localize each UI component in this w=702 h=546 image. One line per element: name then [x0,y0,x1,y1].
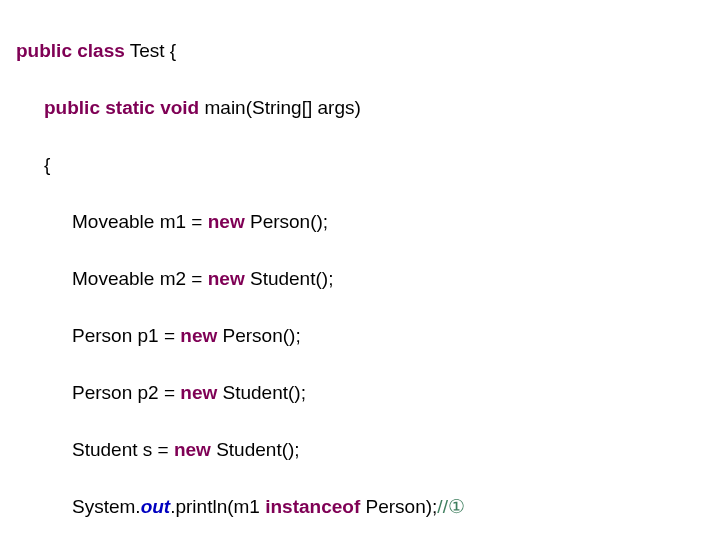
brace-open: { [44,154,50,175]
var: m1 [160,211,186,232]
class-name: Test [130,40,165,61]
keyword-static: static [105,97,155,118]
code-block: public class Test { public static void m… [16,8,686,546]
field-out: out [141,496,171,517]
paren-close: ) [354,97,360,118]
keyword-public: public [16,40,72,61]
type-string: String [252,97,302,118]
brackets: [] [302,97,313,118]
type: Moveable [72,268,154,289]
keyword-instanceof: instanceof [265,496,360,517]
var: p1 [137,325,158,346]
type: Person [72,325,132,346]
code-line: Moveable m1 = new Person(); [16,208,686,237]
var: s [143,439,153,460]
type: Person [250,211,310,232]
type: Person [223,325,283,346]
code-line: Person p2 = new Student(); [16,379,686,408]
var: m1 [234,496,260,517]
comment: //① [437,496,465,517]
code-line: System.out.println(m1 instanceof Person)… [16,493,686,522]
var: m2 [160,268,186,289]
type: Person [72,382,132,403]
method-name: main [205,97,246,118]
code-line: Moveable m2 = new Student(); [16,265,686,294]
type: Student [250,268,316,289]
keyword-class: class [77,40,125,61]
type: Moveable [72,211,154,232]
keyword-void: void [160,97,199,118]
type: Student [72,439,138,460]
brace-open: { [170,40,176,61]
keyword-new: new [208,268,245,289]
code-line: public class Test { [16,37,686,66]
code-line: { [16,151,686,180]
type: Person [366,496,426,517]
class-system: System [72,496,135,517]
keyword-new: new [174,439,211,460]
keyword-public: public [44,97,100,118]
keyword-new: new [180,325,217,346]
method-println: println [175,496,227,517]
var: p2 [137,382,158,403]
type: Student [216,439,282,460]
code-line: Person p1 = new Person(); [16,322,686,351]
keyword-new: new [180,382,217,403]
keyword-new: new [208,211,245,232]
code-line: public static void main(String[] args) [16,94,686,123]
param-args: args [318,97,355,118]
type: Student [223,382,289,403]
code-line: Student s = new Student(); [16,436,686,465]
